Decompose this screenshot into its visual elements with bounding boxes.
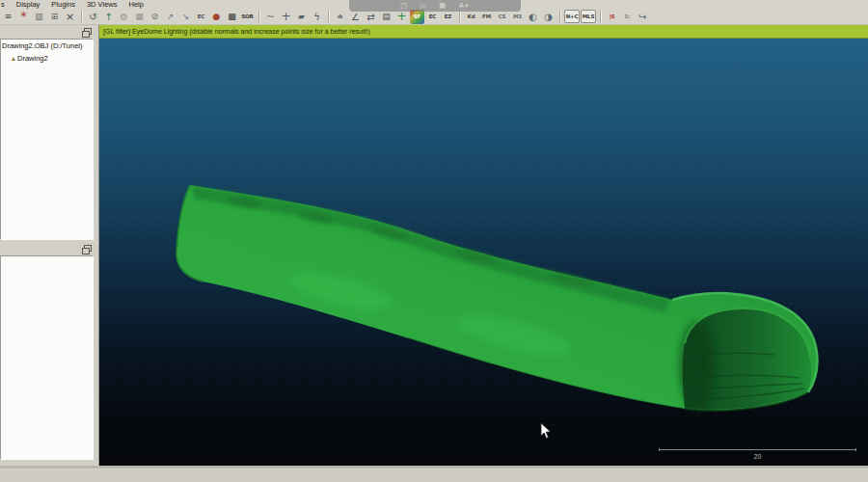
globe-grid-icon[interactable]: ◑	[541, 10, 556, 24]
text-size-icon[interactable]: A+	[459, 0, 470, 12]
tree-item-label: Drawing2.OBJ (D:/Tunel)	[2, 40, 83, 52]
sor-icon[interactable]: SOR	[240, 10, 255, 24]
sidebar: Drawing2.OBJ (D:/Tunel)▲Drawing2	[0, 25, 99, 466]
rotate-icon[interactable]: ↘	[178, 10, 193, 24]
mls-icon[interactable]: MLS	[581, 10, 596, 23]
save-icon[interactable]: ▥	[32, 10, 46, 24]
nc-icon[interactable]: N+C	[564, 10, 580, 23]
db-tree-dock-header	[0, 25, 98, 39]
plane-icon[interactable]: ▰	[294, 10, 309, 24]
segment-icon[interactable]: ⊘	[148, 10, 162, 24]
menu-item-display[interactable]: Display	[11, 0, 46, 9]
histogram-icon[interactable]: ılı	[333, 10, 347, 24]
tunnel-mesh	[99, 39, 868, 466]
toolbar-separator	[459, 11, 461, 23]
translate-icon[interactable]: ↗	[163, 10, 177, 24]
gl-filter-banner: [GL filter] EyeDome Lighting (disable no…	[99, 25, 868, 39]
mesh-icon: ▲	[10, 55, 17, 63]
play-icon[interactable]: ▷	[420, 0, 425, 12]
delete-icon[interactable]: ×	[63, 10, 77, 24]
export-icon[interactable]: ↪	[636, 10, 650, 24]
open-file-icon[interactable]: *	[16, 10, 31, 24]
toolbar-separator	[81, 11, 83, 23]
globe-icon[interactable]: ◐	[526, 10, 540, 24]
menu-item-help[interactable]: Help	[123, 0, 149, 9]
grid-display-icon[interactable]: ▦	[132, 10, 147, 24]
menu-item-cropped[interactable]: s	[0, 0, 11, 9]
viewport-3d[interactable]: 20	[99, 39, 868, 466]
float-panel-button[interactable]	[84, 28, 92, 35]
status-bar	[0, 466, 868, 482]
properties-panel[interactable]	[0, 255, 94, 460]
toolbar-separator	[559, 11, 561, 23]
cross-section-icon[interactable]: +	[279, 10, 293, 24]
menu-item-3d-views[interactable]: 3D Views	[81, 0, 123, 9]
toolbar-separator	[600, 11, 602, 23]
db-list-icon[interactable]: ≡	[1, 10, 15, 24]
scale-bar: 20	[659, 449, 856, 460]
bug-icon[interactable]: ●	[209, 10, 224, 24]
recorder-overlay[interactable]: ▢▷▤A+	[349, 0, 521, 12]
clipboard-icon[interactable]: ▤	[439, 0, 446, 12]
tree-item-drawing2[interactable]: ▲Drawing2	[1, 52, 93, 65]
properties-dock-header	[0, 242, 98, 255]
undo-icon[interactable]: ↺	[86, 10, 100, 24]
ransac-icon[interactable]: S:	[620, 10, 635, 24]
clone-icon[interactable]: ⊞	[47, 10, 62, 24]
toolbar-separator	[328, 11, 330, 23]
point-size-icon[interactable]: ↑	[101, 10, 116, 24]
trace-polyline-icon[interactable]: ϟ	[310, 10, 324, 24]
mouse-cursor	[540, 422, 553, 441]
toolbar-separator	[258, 11, 260, 23]
scale-bar-label: 20	[659, 453, 856, 460]
gear-icon[interactable]: ⚙	[117, 10, 131, 24]
cc-label-icon[interactable]: EC	[194, 10, 208, 24]
tree-item-label: Drawing2	[17, 52, 48, 65]
app-window: sDisplayPlugins3D ViewsHelp ≡*▥⊞×↺↑⚙▦⊘↗↘…	[0, 0, 868, 482]
poisson-icon[interactable]: |S	[605, 10, 619, 24]
level-icon[interactable]: ~	[263, 10, 278, 24]
menu-item-plugins[interactable]: Plugins	[45, 0, 81, 9]
scale-bar-line	[659, 449, 856, 450]
expand-icon[interactable]: ▢	[400, 0, 407, 12]
checker-icon[interactable]: ▩	[225, 10, 239, 24]
tree-item-drawing2-obj-d-tunel[interactable]: Drawing2.OBJ (D:/Tunel)	[1, 40, 93, 52]
float-panel-button[interactable]	[84, 245, 92, 252]
db-tree-panel[interactable]: Drawing2.OBJ (D:/Tunel)▲Drawing2	[0, 39, 94, 240]
